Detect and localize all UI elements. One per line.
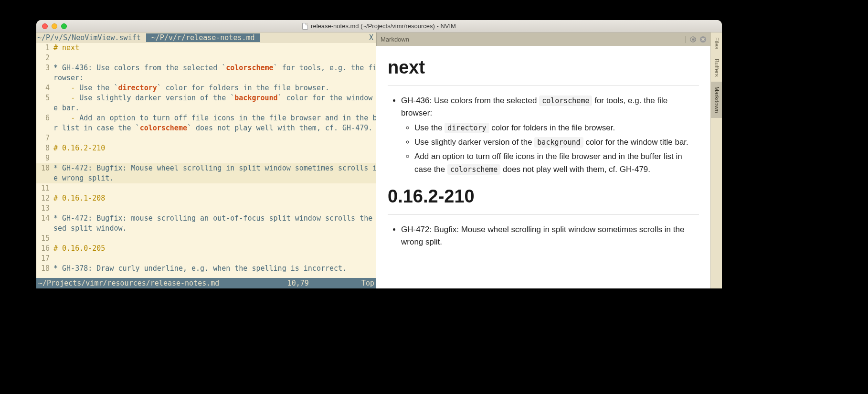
side-tab-markdown[interactable]: Markdown (711, 82, 722, 117)
gutter: 11 (36, 183, 53, 193)
statusline: ~/Projects/vimr/resources/release-notes.… (36, 278, 376, 288)
gutter: 15 (36, 234, 53, 244)
minimize-window-button[interactable] (52, 23, 57, 29)
code-line[interactable]: rowser: (36, 73, 376, 83)
code-text[interactable] (53, 133, 376, 143)
preview-li-background: Use slightly darker version of the backg… (414, 136, 699, 149)
code-text[interactable]: sed split window. (53, 224, 376, 234)
tab-inactive[interactable]: ~/P/v/S/NeoVimView.swift (36, 33, 146, 42)
code-line[interactable]: 15 (36, 234, 376, 244)
gutter: 3 (36, 63, 53, 73)
code-line[interactable]: 2 (36, 53, 376, 63)
code-line[interactable]: r list in case the `colorscheme` does no… (36, 123, 376, 133)
code-text[interactable]: rowser: (53, 73, 376, 83)
gutter: 1 (36, 43, 53, 53)
code-text[interactable]: r list in case the `colorscheme` does no… (53, 123, 376, 133)
gutter: 5 (36, 93, 53, 103)
code-text[interactable]: # next (53, 43, 376, 53)
code-text[interactable] (53, 53, 376, 63)
code-text[interactable]: # 0.16.0-205 (53, 244, 376, 254)
editor-pane: ~/P/v/S/NeoVimView.swift ~/P/v/r/release… (36, 32, 376, 288)
code-line[interactable]: 7 (36, 133, 376, 143)
gutter: 16 (36, 244, 53, 254)
code-text[interactable]: * GH-472: Bugfix: Mouse wheel scrolling … (53, 163, 376, 173)
tab-active[interactable]: ~/P/v/r/release-notes.md (146, 33, 260, 42)
preview-li-icons: Add an option to turn off file icons in … (414, 150, 699, 176)
close-icon[interactable] (699, 36, 707, 43)
code-line[interactable]: e wrong split. (36, 173, 376, 183)
code-line[interactable]: 12# 0.16.1-208 (36, 193, 376, 203)
gutter (36, 73, 53, 83)
code-line[interactable]: 13 (36, 203, 376, 213)
code-text[interactable]: * GH-436: Use colors from the selected `… (53, 63, 376, 73)
close-window-button[interactable] (42, 23, 48, 29)
code-line[interactable]: 14* GH-472: Bugfix: mouse scrolling an o… (36, 213, 376, 224)
preview-li-gh436: GH-436: Use colors from the selected col… (401, 95, 699, 176)
traffic-lights (36, 23, 67, 29)
preview-h1-next: next (388, 53, 699, 86)
code-line[interactable]: 9 (36, 153, 376, 163)
gutter: 13 (36, 203, 53, 213)
code-line[interactable]: 5 - Use slightly darker version of the `… (36, 93, 376, 103)
preview-pane: Markdown next GH-436: Use colors from th… (376, 32, 710, 288)
window-title: release-notes.md (~/Projects/vimr/resour… (36, 22, 722, 30)
code-line[interactable]: 1# next (36, 43, 376, 53)
gutter: 8 (36, 143, 53, 153)
code-line[interactable]: 11 (36, 183, 376, 193)
code-line[interactable]: 6 - Add an option to turn off file icons… (36, 113, 376, 123)
code-line[interactable]: 3* GH-436: Use colors from the selected … (36, 63, 376, 73)
code-line[interactable]: 4 - Use the `directory` color for folder… (36, 83, 376, 93)
gutter: 12 (36, 193, 53, 203)
gutter: 9 (36, 153, 53, 163)
code-area[interactable]: 1# next23* GH-436: Use colors from the s… (36, 43, 376, 278)
code-text[interactable]: * GH-472: Bugfix: mouse scrolling an out… (53, 213, 376, 224)
statusline-file: ~/Projects/vimr/resources/release-notes.… (38, 279, 219, 288)
document-icon (302, 23, 308, 30)
fullscreen-window-button[interactable] (61, 23, 67, 29)
side-tabs: Files Buffers Markdown (710, 32, 722, 288)
preview-header: Markdown (376, 32, 710, 46)
code-line[interactable]: sed split window. (36, 224, 376, 234)
code-text[interactable]: - Use slightly darker version of the `ba… (53, 93, 376, 103)
code-line[interactable]: 18* GH-378: Draw curly underline, e.g. w… (36, 264, 376, 274)
code-line[interactable]: 17 (36, 254, 376, 264)
gear-icon[interactable] (689, 36, 697, 43)
code-line[interactable]: 10* GH-472: Bugfix: Mouse wheel scrollin… (36, 163, 376, 173)
side-tab-files[interactable]: Files (711, 32, 722, 54)
code-text[interactable]: e bar. (53, 103, 376, 113)
preview-header-title: Markdown (381, 36, 685, 43)
code-text[interactable]: e wrong split. (53, 173, 376, 183)
code-text[interactable] (53, 153, 376, 163)
gutter (36, 123, 53, 133)
svg-point-1 (692, 38, 694, 40)
titlebar[interactable]: release-notes.md (~/Projects/vimr/resour… (36, 20, 722, 32)
preview-li-gh472: GH-472: Bugfix: Mouse wheel scrolling in… (401, 224, 699, 249)
tab-close-indicator[interactable]: X (369, 33, 376, 42)
gutter (36, 103, 53, 113)
code-text[interactable]: - Add an option to turn off file icons i… (53, 113, 376, 123)
preview-body[interactable]: next GH-436: Use colors from the selecte… (376, 46, 710, 288)
gutter (36, 224, 53, 234)
code-line[interactable]: 16# 0.16.0-205 (36, 244, 376, 254)
code-text[interactable]: # 0.16.1-208 (53, 193, 376, 203)
gutter (36, 173, 53, 183)
code-line[interactable]: 8# 0.16.2-210 (36, 143, 376, 153)
side-tab-buffers[interactable]: Buffers (711, 54, 722, 82)
code-text[interactable]: * GH-378: Draw curly underline, e.g. whe… (53, 264, 376, 274)
app-window: release-notes.md (~/Projects/vimr/resour… (36, 20, 722, 288)
tabline: ~/P/v/S/NeoVimView.swift ~/P/v/r/release… (36, 32, 376, 43)
gutter: 7 (36, 133, 53, 143)
code-text[interactable] (53, 254, 376, 264)
gutter: 18 (36, 264, 53, 274)
gutter: 6 (36, 113, 53, 123)
code-text[interactable] (53, 183, 376, 193)
code-text[interactable] (53, 203, 376, 213)
code-text[interactable]: # 0.16.2-210 (53, 143, 376, 153)
code-text[interactable] (53, 234, 376, 244)
body: ~/P/v/S/NeoVimView.swift ~/P/v/r/release… (36, 32, 722, 288)
code-line[interactable]: e bar. (36, 103, 376, 113)
gutter: 17 (36, 254, 53, 264)
code-text[interactable]: - Use the `directory` color for folders … (53, 83, 376, 93)
gutter: 2 (36, 53, 53, 63)
window-title-text: release-notes.md (~/Projects/vimr/resour… (311, 22, 456, 30)
